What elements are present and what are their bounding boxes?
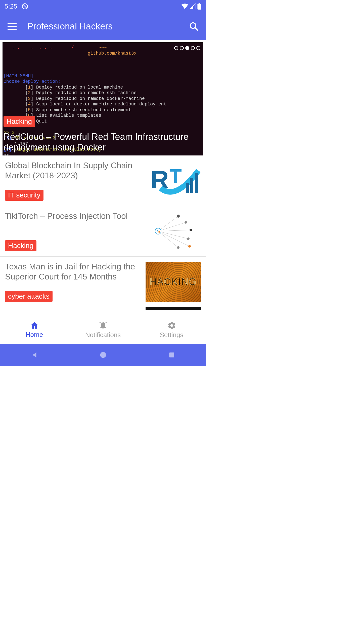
svg-rect-6 xyxy=(8,29,17,30)
article-item[interactable]: TikiTorch – Process Injection Tool Hacki… xyxy=(0,206,206,257)
svg-point-22 xyxy=(158,231,160,233)
search-button[interactable] xyxy=(186,19,201,34)
article-title: Texas Man is in Jail for Hacking the Sup… xyxy=(5,262,141,281)
svg-line-8 xyxy=(195,28,198,30)
article-item[interactable]: Global Blockchain In Supply Chain Market… xyxy=(0,155,206,206)
tab-label: Home xyxy=(26,331,43,339)
back-icon xyxy=(31,351,38,359)
hamburger-icon xyxy=(8,23,17,30)
svg-point-23 xyxy=(177,215,180,218)
bell-icon xyxy=(99,321,108,330)
tab-label: Notifications xyxy=(85,331,121,339)
category-tag[interactable]: Hacking xyxy=(5,240,36,251)
svg-rect-3 xyxy=(197,4,201,10)
svg-text:T: T xyxy=(169,165,182,187)
home-icon xyxy=(30,321,39,330)
app-title: Professional Hackers xyxy=(27,21,113,32)
article-list: Global Blockchain In Supply Chain Market… xyxy=(0,155,206,316)
article-item[interactable]: Texas Man is in Jail for Hacking the Sup… xyxy=(0,257,206,307)
status-time: 5:25 xyxy=(5,3,17,10)
tab-home[interactable]: Home xyxy=(0,316,69,344)
status-bar: 5:25 xyxy=(0,0,206,13)
do-not-disturb-icon xyxy=(21,3,28,10)
svg-rect-12 xyxy=(190,178,193,193)
wifi-icon xyxy=(181,4,188,9)
carousel-indicators[interactable] xyxy=(174,46,200,50)
category-tag[interactable]: Hacking xyxy=(4,116,35,127)
svg-line-14 xyxy=(158,216,178,231)
nav-recent[interactable] xyxy=(164,347,179,363)
svg-line-16 xyxy=(158,230,191,231)
carousel-dot[interactable] xyxy=(185,46,189,50)
article-thumbnail: HACKING xyxy=(146,262,201,302)
menu-button[interactable] xyxy=(5,19,20,34)
svg-rect-4 xyxy=(8,23,17,24)
nav-back[interactable] xyxy=(27,347,42,363)
svg-line-1 xyxy=(23,5,27,8)
featured-article[interactable]: . . . . . . / ~~~ github.com/khast3x [MA… xyxy=(3,42,203,155)
carousel-dot[interactable] xyxy=(196,46,200,50)
gear-icon xyxy=(167,321,176,330)
svg-rect-5 xyxy=(8,26,17,27)
nav-home[interactable] xyxy=(96,347,111,363)
category-tag[interactable]: cyber attacks xyxy=(5,291,53,302)
square-icon xyxy=(168,352,175,358)
svg-rect-11 xyxy=(186,183,189,193)
svg-rect-2 xyxy=(199,3,200,4)
svg-point-29 xyxy=(100,352,106,358)
carousel-dot[interactable] xyxy=(191,46,195,50)
featured-title: RedCloud – Powerful Red Team Infrastruct… xyxy=(4,132,201,152)
carousel-dot[interactable] xyxy=(174,46,178,50)
svg-point-25 xyxy=(190,229,192,231)
article-thumbnail: R T xyxy=(146,160,201,201)
search-icon xyxy=(189,22,199,31)
svg-point-28 xyxy=(188,245,191,248)
svg-point-27 xyxy=(177,246,179,249)
svg-point-7 xyxy=(190,23,196,28)
bottom-tabs: Home Notifications Settings xyxy=(0,316,206,344)
signal-icon xyxy=(190,4,196,9)
svg-point-26 xyxy=(187,237,190,240)
tab-settings[interactable]: Settings xyxy=(137,316,206,344)
svg-point-21 xyxy=(157,230,158,231)
app-bar: Professional Hackers xyxy=(0,13,206,40)
article-title: Global Blockchain In Supply Chain Market… xyxy=(5,160,141,180)
article-title: TikiTorch – Process Injection Tool xyxy=(5,211,141,221)
article-thumbnail xyxy=(146,307,201,310)
category-tag[interactable]: IT security xyxy=(5,190,43,201)
carousel-dot[interactable] xyxy=(180,46,184,50)
system-navbar xyxy=(0,344,206,366)
svg-line-15 xyxy=(158,222,186,231)
svg-rect-30 xyxy=(169,352,174,357)
tab-label: Settings xyxy=(160,331,184,339)
tab-notifications[interactable]: Notifications xyxy=(69,316,137,344)
circle-icon xyxy=(100,351,107,358)
svg-point-24 xyxy=(185,221,187,224)
svg-rect-13 xyxy=(195,173,198,193)
battery-icon xyxy=(197,3,201,10)
article-thumbnail xyxy=(146,211,201,251)
